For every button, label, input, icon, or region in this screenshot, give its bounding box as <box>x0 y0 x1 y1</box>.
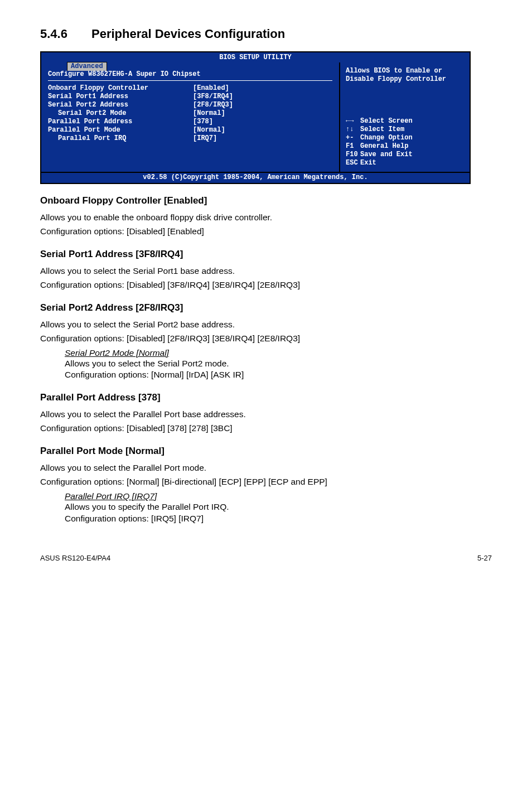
bios-chipset-title: Configure W83627EHG-A Super IO Chipset <box>48 70 332 79</box>
bios-row-value: [Normal] <box>193 126 225 134</box>
bios-tab-advanced[interactable]: Advanced <box>67 62 107 71</box>
bios-key-legend: ←→Select Screen ↑↓Select Item +-Change O… <box>346 117 464 167</box>
text-parallel-irq-desc: Allows you to specify the Parallel Port … <box>65 501 492 513</box>
bios-row-label: Serial Port1 Address <box>48 93 193 101</box>
arrow-ud-icon: ↑↓ <box>346 125 360 134</box>
bios-title-text: BIOS SETUP UTILITY <box>219 54 292 61</box>
heading-parallel-addr: Parallel Port Address [378] <box>40 392 492 403</box>
bios-right-pane: Allows BIOS to Enable or Disable Floppy … <box>340 62 470 172</box>
text-serial2-opts: Configuration options: [Disabled] [2F8/I… <box>40 333 492 345</box>
f1-key: F1 <box>346 142 360 151</box>
bios-help-text: Allows BIOS to Enable or Disable Floppy … <box>346 67 464 84</box>
bios-row-label: Parallel Port Mode <box>48 126 193 134</box>
bios-row-value: [Normal] <box>193 109 225 118</box>
text-parallel-addr-opts: Configuration options: [Disabled] [378] … <box>40 423 492 434</box>
footer-right: 5-27 <box>477 554 492 562</box>
text-floppy-desc: Allows you to enable the onboard floppy … <box>40 212 492 224</box>
bios-row-value: [2F8/IRQ3] <box>193 101 233 109</box>
bios-row-parallel-addr[interactable]: Parallel Port Address [378] <box>48 118 332 126</box>
text-serial2-mode-opts: Configuration options: [Normal] [IrDA] [… <box>65 369 492 381</box>
section-number: 5.4.6 <box>40 27 91 41</box>
heading-serial2: Serial Port2 Address [2F8/IRQ3] <box>40 302 492 313</box>
text-parallel-mode-opts: Configuration options: [Normal] [Bi-dire… <box>40 476 492 488</box>
page-footer: ASUS RS120-E4/PA4 5-27 <box>40 552 492 562</box>
text-parallel-irq-opts: Configuration options: [IRQ5] [IRQ7] <box>65 513 492 525</box>
bios-row-parallel-mode[interactable]: Parallel Port Mode [Normal] <box>48 126 332 134</box>
key-select-item: Select Item <box>360 125 404 133</box>
bios-row-value: [378] <box>193 118 213 126</box>
key-save-exit: Save and Exit <box>360 151 413 158</box>
bios-row-value: [IRQ7] <box>193 134 217 143</box>
plus-minus-icon: +- <box>346 134 360 142</box>
subitem-parallel-irq: Parallel Port IRQ [IRQ7] Allows you to s… <box>65 491 492 525</box>
arrow-lr-icon: ←→ <box>346 117 360 125</box>
bios-footer: v02.58 (C)Copyright 1985-2004, American … <box>41 172 470 183</box>
text-serial1-opts: Configuration options: [Disabled] [3F8/I… <box>40 279 492 291</box>
section-title: 5.4.6Peripheral Devices Configuration <box>40 27 492 41</box>
esc-key: ESC <box>346 159 360 167</box>
bios-row-serial2-mode[interactable]: Serial Port2 Mode [Normal] <box>48 109 332 118</box>
bios-row-label: Serial Port2 Mode <box>48 109 193 118</box>
subitem-serial2-mode: Serial Port2 Mode [Normal] Allows you to… <box>65 348 492 381</box>
bios-row-floppy[interactable]: Onboard Floppy Controller [Enabled] <box>48 84 332 93</box>
text-serial2-desc: Allows you to select the Serial Port2 ba… <box>40 319 492 331</box>
bios-row-serial1[interactable]: Serial Port1 Address [3F8/IRQ4] <box>48 93 332 101</box>
key-general-help: General Help <box>360 142 408 150</box>
bios-row-value: [Enabled] <box>193 84 229 93</box>
heading-floppy: Onboard Floppy Controller [Enabled] <box>40 195 492 206</box>
f10-key: F10 <box>346 151 360 159</box>
text-serial2-mode-desc: Allows you to select the Serial Port2 mo… <box>65 358 492 370</box>
section-name: Peripheral Devices Configuration <box>91 27 285 41</box>
subheading-parallel-irq: Parallel Port IRQ [IRQ7] <box>65 491 157 501</box>
text-serial1-desc: Allows you to select the Serial Port1 ba… <box>40 265 492 277</box>
bios-row-label: Onboard Floppy Controller <box>48 84 193 93</box>
footer-left: ASUS RS120-E4/PA4 <box>40 554 110 562</box>
bios-row-parallel-irq[interactable]: Parallel Port IRQ [IRQ7] <box>48 134 332 143</box>
text-floppy-opts: Configuration options: [Disabled] [Enabl… <box>40 226 492 238</box>
bios-row-label: Serial Port2 Address <box>48 101 193 109</box>
key-change-option: Change Option <box>360 134 413 142</box>
bios-left-pane: Configure W83627EHG-A Super IO Chipset O… <box>41 62 340 172</box>
bios-row-label: Parallel Port Address <box>48 118 193 126</box>
bios-divider <box>48 80 332 81</box>
text-parallel-addr-desc: Allows you to select the Parallel Port b… <box>40 409 492 421</box>
bios-window: BIOS SETUP UTILITY Advanced Configure W8… <box>40 51 471 184</box>
subheading-serial2-mode: Serial Port2 Mode [Normal] <box>65 348 169 357</box>
bios-row-value: [3F8/IRQ4] <box>193 93 233 101</box>
key-select-screen: Select Screen <box>360 117 413 125</box>
heading-serial1: Serial Port1 Address [3F8/IRQ4] <box>40 249 492 260</box>
key-exit: Exit <box>360 159 376 167</box>
bios-body: Configure W83627EHG-A Super IO Chipset O… <box>41 62 470 172</box>
bios-row-label: Parallel Port IRQ <box>48 134 193 143</box>
bios-titlebar: BIOS SETUP UTILITY Advanced <box>41 52 470 62</box>
bios-row-serial2[interactable]: Serial Port2 Address [2F8/IRQ3] <box>48 101 332 109</box>
text-parallel-mode-desc: Allows you to select the Parallel Port m… <box>40 462 492 474</box>
heading-parallel-mode: Parallel Port Mode [Normal] <box>40 446 492 457</box>
